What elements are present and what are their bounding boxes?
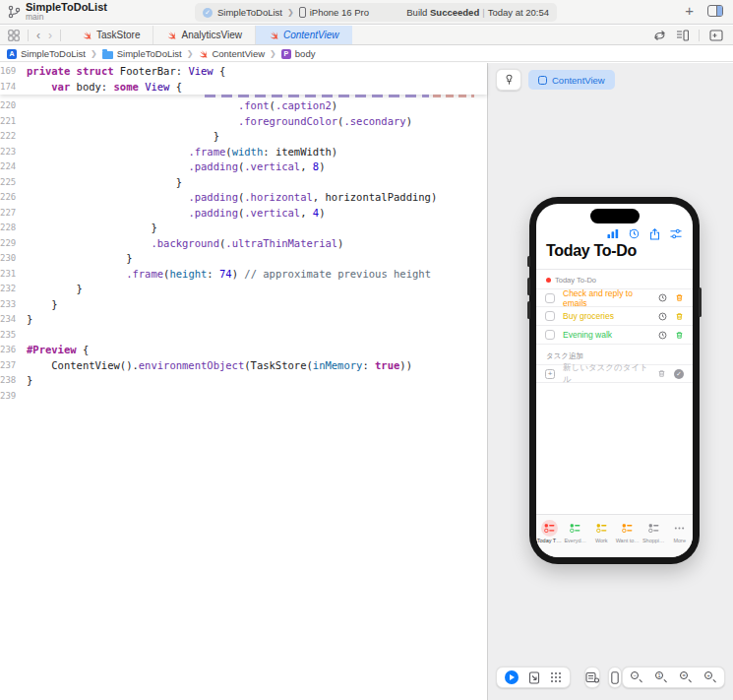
pin-preview-button[interactable] [496, 69, 521, 91]
footer-tab-work[interactable]: Work [588, 520, 615, 557]
line-number[interactable]: 174 [0, 79, 27, 95]
new-task-input[interactable]: 新しいタスクのタイトル [563, 362, 649, 386]
code-line-226[interactable]: 226 .padding(.horizontal, horizontalPadd… [0, 190, 487, 206]
line-number[interactable]: 229 [0, 236, 27, 252]
task-checkbox[interactable] [545, 330, 555, 340]
add-editor-icon[interactable] [709, 30, 723, 41]
line-number[interactable]: 238 [0, 373, 27, 389]
line-number[interactable]: 228 [0, 221, 27, 236]
new-task-input-row[interactable]: + 新しいタスクのタイトル ✓ [536, 364, 693, 383]
chart-bar-icon[interactable] [607, 228, 619, 239]
source-editor[interactable]: 169private struct FooterBar: View {174 v… [0, 63, 487, 700]
forward-button[interactable]: › [48, 30, 52, 41]
line-number[interactable]: 231 [0, 267, 27, 283]
clock-icon[interactable] [658, 331, 667, 340]
clock-icon[interactable] [658, 312, 667, 321]
code-line-234[interactable]: 234} [0, 312, 487, 328]
breadcrumb-project[interactable]: A SimpleToDoList [7, 48, 86, 59]
code-line-224[interactable]: 224 .padding(.vertical, 8) [0, 159, 487, 175]
code-line-225[interactable]: 225 } [0, 175, 487, 191]
trash-icon[interactable] [675, 312, 684, 321]
task-row[interactable]: Evening walk [536, 326, 693, 345]
clock-icon[interactable] [658, 293, 667, 302]
footer-tab-shopping[interactable]: Shoppi… [641, 520, 667, 557]
trash-icon[interactable] [675, 331, 684, 340]
line-number[interactable]: 225 [0, 175, 27, 191]
line-number[interactable]: 232 [0, 282, 27, 297]
line-number[interactable]: 224 [0, 159, 27, 175]
scheme-name[interactable]: SimpleToDoList [217, 7, 282, 18]
share-icon[interactable] [649, 228, 660, 240]
code-line-239[interactable]: 239 [0, 389, 487, 405]
code-line-229[interactable]: 229 .background(.ultraThinMaterial) [0, 236, 487, 252]
scheme-destination-bar[interactable]: ✓ SimpleToDoList ❯ iPhone 16 Pro Build S… [195, 3, 557, 22]
task-checkbox[interactable] [545, 293, 555, 303]
footer-tab-today[interactable]: Today T… [536, 520, 563, 557]
zoom-fit-button[interactable]: = [680, 671, 692, 683]
device-button[interactable] [608, 667, 622, 688]
code-line-232[interactable]: 232 } [0, 282, 487, 297]
line-number[interactable]: 169 [0, 63, 27, 79]
run-destination[interactable]: iPhone 16 Pro [310, 7, 369, 18]
selectable-preview-icon[interactable] [528, 671, 540, 684]
footer-tab-more[interactable]: More [667, 520, 694, 557]
line-number[interactable]: 237 [0, 358, 27, 374]
line-number[interactable]: 222 [0, 129, 27, 145]
line-number[interactable]: 230 [0, 251, 27, 267]
code-line-221[interactable]: 221 .foregroundColor(.secondary) [0, 114, 487, 130]
inspector-toggle-icon[interactable] [707, 5, 723, 17]
task-checkbox[interactable] [545, 311, 555, 321]
code-line-220[interactable]: 220 .font(.caption2) [0, 98, 487, 114]
footer-tab-wantto[interactable]: Want to… [615, 520, 641, 557]
tab-analyticsview[interactable]: AnalyticsView [153, 26, 256, 44]
trash-icon[interactable] [657, 369, 666, 378]
minimap-icon[interactable] [676, 30, 689, 41]
code-line-222[interactable]: 222 } [0, 129, 487, 145]
code-line-233[interactable]: 233 } [0, 297, 487, 313]
trash-icon[interactable] [675, 293, 684, 302]
line-number[interactable]: 236 [0, 343, 27, 358]
live-preview-button[interactable] [505, 670, 519, 684]
code-line-228[interactable]: 228 } [0, 221, 487, 236]
line-number[interactable]: 221 [0, 114, 27, 130]
zoom-out-button[interactable]: − [631, 671, 642, 683]
confirm-check-icon[interactable]: ✓ [674, 369, 684, 379]
code-line-169[interactable]: 169private struct FooterBar: View { [0, 63, 487, 79]
code-line-235[interactable]: 235 [0, 328, 487, 344]
related-items-icon[interactable] [653, 30, 666, 41]
line-number[interactable]: 227 [0, 206, 27, 222]
device-settings-button[interactable] [584, 667, 600, 688]
breadcrumb-group[interactable]: SimpleToDoList [102, 48, 182, 59]
breadcrumb-file[interactable]: ContentView [198, 48, 265, 59]
code-line-237[interactable]: 237 ContentView().environmentObject(Task… [0, 358, 487, 374]
line-number[interactable]: 226 [0, 190, 27, 206]
task-row[interactable]: Check and reply to emails [536, 288, 693, 307]
build-status[interactable]: Build Succeeded|Today at 20:54 [406, 7, 549, 18]
code-line-223[interactable]: 223 .frame(width: itemWidth) [0, 145, 487, 160]
task-row[interactable]: Buy groceries [536, 307, 693, 326]
zoom-in-button[interactable]: + [704, 671, 716, 683]
history-clock-icon[interactable] [629, 228, 640, 239]
footer-tab-everyday[interactable]: Everyd… [563, 520, 589, 557]
filter-sliders-icon[interactable] [670, 228, 682, 239]
code-line-227[interactable]: 227 .padding(.vertical, 4) [0, 206, 487, 222]
line-number[interactable]: 233 [0, 297, 27, 313]
line-number[interactable]: 220 [0, 98, 27, 114]
variants-grid-icon[interactable] [550, 671, 562, 683]
code-line-231[interactable]: 231 .frame(height: 74) // approximate pr… [0, 267, 487, 283]
breadcrumb-symbol[interactable]: P body [281, 48, 316, 59]
grid-icon[interactable] [8, 30, 20, 41]
line-number[interactable]: 223 [0, 145, 27, 160]
preview-target-pill[interactable]: ContentView [528, 70, 615, 90]
code-line-230[interactable]: 230 } [0, 251, 487, 267]
tab-contentview[interactable]: ContentView [256, 26, 352, 44]
add-button[interactable]: + [685, 3, 694, 18]
tab-taskstore[interactable]: TaskStore [69, 26, 153, 44]
back-button[interactable]: ‹ [36, 30, 40, 41]
line-number[interactable]: 239 [0, 389, 27, 405]
code-line-238[interactable]: 238} [0, 373, 487, 389]
line-number[interactable]: 234 [0, 312, 27, 328]
code-line-174[interactable]: 174 var body: some View { [0, 79, 487, 95]
line-number[interactable]: 235 [0, 328, 27, 344]
code-line-236[interactable]: 236#Preview { [0, 343, 487, 358]
